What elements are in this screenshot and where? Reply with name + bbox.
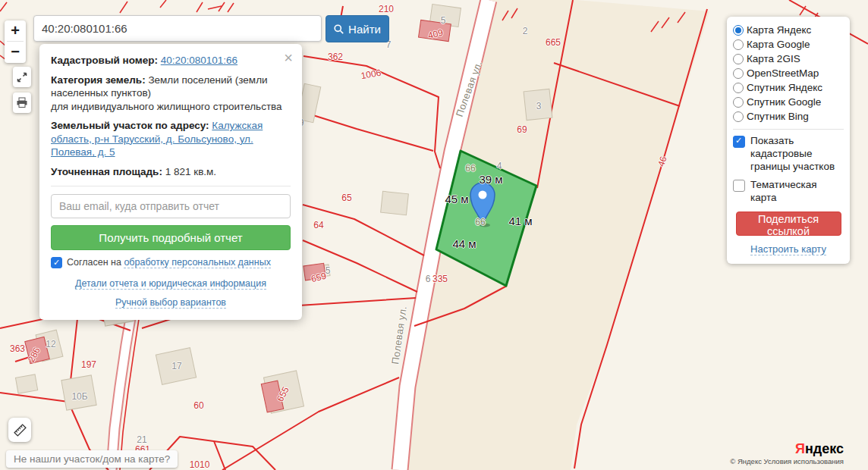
layer-option-label: Карта Google xyxy=(747,39,810,50)
get-report-button[interactable]: Получить подробный отчет xyxy=(51,225,291,250)
area-value: 1 821 кв.м. xyxy=(165,166,216,177)
zoom-in-button[interactable]: + xyxy=(5,20,26,41)
layers-panel: Карта Яндекс Карта Google Карта 2GIS Ope… xyxy=(727,17,850,264)
measure-button[interactable] xyxy=(8,418,31,442)
yandex-logo[interactable]: Яндекс xyxy=(795,441,844,457)
logo-rest: ндекс xyxy=(805,441,844,456)
layer-option-label: OpenStreetMap xyxy=(747,67,819,79)
layer-option-bing-satellite[interactable]: Спутник Bing xyxy=(733,109,844,124)
personal-data-link[interactable]: обработку персональных данных xyxy=(124,257,270,268)
layer-option-label: Спутник Google xyxy=(747,96,821,108)
radio-icon[interactable] xyxy=(733,68,744,79)
copyright-text: © Яндекс xyxy=(730,457,762,465)
checkbox-icon[interactable] xyxy=(733,180,745,192)
cadastral-number-link[interactable]: 40:20:080101:66 xyxy=(161,55,237,66)
layer-option-label: Спутник Bing xyxy=(747,111,809,122)
manual-selection-link[interactable]: Ручной выбор вариантов xyxy=(115,297,226,309)
printer-icon xyxy=(16,97,28,108)
report-details-link[interactable]: Детали отчета и юридическая информация xyxy=(75,278,266,290)
layer-option-yandex-satellite[interactable]: Спутник Яндекс xyxy=(733,80,844,95)
checkbox-label: Показать кадастровые границы участков xyxy=(750,135,844,174)
expand-arrows-icon xyxy=(17,72,27,83)
consent-checkbox[interactable] xyxy=(51,257,62,268)
layer-option-google-map[interactable]: Карта Google xyxy=(733,37,844,52)
radio-icon[interactable] xyxy=(733,39,744,50)
checkbox-label: Тематическая карта xyxy=(750,179,844,205)
terms-of-use-link[interactable]: Условия использования xyxy=(764,457,844,465)
map-attribution: © Яндекс Условия использования xyxy=(730,457,844,465)
print-button[interactable] xyxy=(13,92,31,113)
divider xyxy=(51,186,291,186)
customize-map-link[interactable]: Настроить карту xyxy=(750,243,826,255)
cadastral-number-label: Кадастровый номер: xyxy=(51,55,158,66)
land-category-label: Категория земель: xyxy=(51,74,146,86)
thematic-map-toggle[interactable]: Тематическая карта xyxy=(733,179,844,205)
layer-option-openstreetmap[interactable]: OpenStreetMap xyxy=(733,66,844,80)
layer-option-google-satellite[interactable]: Спутник Google xyxy=(733,95,844,109)
ruler-icon xyxy=(13,423,27,437)
zoom-controls: + − xyxy=(5,20,26,63)
map-help-tooltip[interactable]: Не нашли участок/дом на карте? xyxy=(6,450,178,468)
parcel-info-popup: × Кадастровый номер: 40:20:080101:66 Кат… xyxy=(39,44,302,320)
layer-option-label: Карта 2GIS xyxy=(747,53,800,64)
fullscreen-button[interactable] xyxy=(13,67,31,87)
search-input[interactable] xyxy=(33,15,322,42)
email-field[interactable] xyxy=(51,194,291,218)
layer-option-label: Спутник Яндекс xyxy=(747,82,822,93)
layer-option-yandex-map[interactable]: Карта Яндекс xyxy=(733,23,844,37)
checkbox-icon[interactable] xyxy=(733,136,745,148)
area-label: Уточненная площадь: xyxy=(51,166,162,177)
search-button-label: Найти xyxy=(348,23,381,36)
radio-icon[interactable] xyxy=(733,25,744,36)
land-category-extra: для индивидуального жилищного строительс… xyxy=(51,100,291,114)
show-cadastral-borders-toggle[interactable]: Показать кадастровые границы участков xyxy=(733,135,844,174)
layer-option-2gis-map[interactable]: Карта 2GIS xyxy=(733,52,844,66)
share-link-button[interactable]: Поделиться ссылкой xyxy=(736,212,841,236)
close-icon[interactable]: × xyxy=(284,50,293,65)
radio-icon[interactable] xyxy=(733,83,744,93)
search-icon xyxy=(334,24,344,34)
consent-text: Согласен на обработку персональных данны… xyxy=(67,256,271,268)
search-button[interactable]: Найти xyxy=(326,15,389,42)
layer-option-label: Карта Яндекс xyxy=(747,24,811,36)
radio-icon[interactable] xyxy=(733,97,744,108)
radio-icon[interactable] xyxy=(733,54,744,64)
radio-icon[interactable] xyxy=(733,111,744,122)
address-label: Земельный участок по адресу: xyxy=(51,120,209,131)
logo-first-letter: Я xyxy=(795,441,805,456)
zoom-out-button[interactable]: − xyxy=(5,42,26,62)
